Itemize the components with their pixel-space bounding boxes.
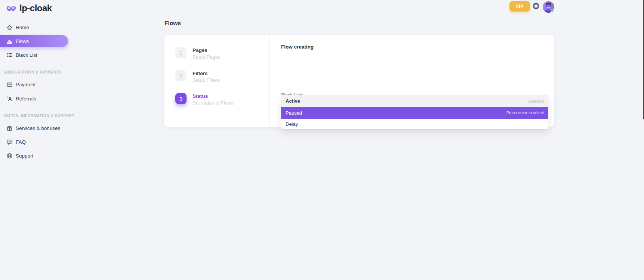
- credit-card-icon: [6, 81, 13, 88]
- sidebar-item-label: FAQ: [16, 139, 26, 145]
- page-title: Flows: [164, 20, 181, 27]
- gift-icon: [6, 125, 13, 131]
- sidebar-item-services[interactable]: Services & bonuses: [0, 122, 75, 134]
- option-label: Active: [286, 98, 300, 104]
- section-label: USEFUL INFORMATION & SUPPORT: [3, 114, 74, 118]
- option-active[interactable]: Active Selected: [281, 95, 548, 107]
- sidebar-item-label: Black List: [16, 52, 37, 58]
- list-icon: [6, 52, 13, 58]
- option-label: Delay: [286, 121, 298, 127]
- lifebuoy-icon: [6, 153, 13, 159]
- wizard-step-filters[interactable]: 2 Filters Setup Filters: [175, 70, 220, 83]
- sidebar-item-referrals[interactable]: Referrals: [0, 93, 75, 105]
- step-title: Filters: [192, 71, 220, 76]
- option-delay[interactable]: Delay: [281, 119, 548, 129]
- form-title: Flow creating: [281, 44, 314, 50]
- step-title: Status: [192, 93, 234, 99]
- svg-text:?!: ?!: [8, 140, 11, 143]
- sidebar-item-label: Flows: [16, 38, 29, 44]
- sidebar-item-black-list[interactable]: Black List: [0, 49, 75, 61]
- step-number-badge: 3: [175, 93, 187, 104]
- sidebar-item-faq[interactable]: ?! FAQ: [0, 136, 75, 148]
- step-title: Pages: [192, 47, 220, 53]
- wizard-step-status[interactable]: 3 Status Set status of Flows: [175, 93, 234, 106]
- step-subtitle: Setup Filters: [192, 77, 220, 83]
- brand: lp-cloak: [6, 3, 52, 13]
- language-globe-icon[interactable]: [532, 2, 540, 10]
- brand-name: lp-cloak: [19, 3, 52, 13]
- sidebar-section-subscription: SUBSCRIPTION & PAYMENTS: [0, 69, 69, 75]
- step-subtitle: Set status of Flows: [192, 100, 234, 106]
- step-number-badge: 1: [175, 47, 187, 58]
- sidebar-item-support[interactable]: Support: [0, 150, 75, 162]
- online-status-dot: [551, 9, 554, 12]
- panel-divider: [269, 35, 270, 127]
- option-label: Paused: [286, 110, 302, 116]
- section-label: SUBSCRIPTION & PAYMENTS: [3, 70, 62, 74]
- flows-stack-icon: [6, 38, 13, 44]
- sidebar-item-label: Referrals: [16, 96, 36, 102]
- step-subtitle: Setup Pages: [192, 54, 220, 60]
- sidebar-item-home[interactable]: Home: [0, 21, 75, 33]
- flow-status-dropdown: Active Selected Paused Press enter to se…: [281, 95, 548, 129]
- mask-logo-icon: [6, 4, 17, 12]
- flow-wizard-card: 1 Pages Setup Pages 2 Filters Setup Filt…: [164, 35, 554, 127]
- vip-button[interactable]: VIP: [509, 1, 530, 12]
- wizard-step-pages[interactable]: 1 Pages Setup Pages: [175, 47, 220, 60]
- faq-bubble-icon: ?!: [6, 139, 13, 145]
- option-hint: Press enter to select: [506, 111, 544, 115]
- referral-user-icon: [6, 96, 13, 102]
- sidebar-section-support: USEFUL INFORMATION & SUPPORT: [0, 113, 69, 119]
- option-paused[interactable]: Paused Press enter to select: [281, 107, 548, 119]
- step-number-badge: 2: [175, 70, 187, 81]
- option-hint: Selected: [528, 99, 544, 103]
- sidebar-item-payment[interactable]: Payment: [0, 78, 75, 90]
- home-icon: [6, 24, 13, 31]
- sidebar-item-label: Services & bonuses: [16, 125, 60, 131]
- section-divider: [64, 72, 69, 72]
- sidebar-item-flows[interactable]: Flows: [0, 35, 68, 47]
- sidebar-item-label: Home: [16, 25, 29, 30]
- sidebar-item-label: Support: [16, 153, 33, 159]
- sidebar-item-label: Payment: [16, 82, 36, 87]
- app-page: lp-cloak VIP Home Flow: [0, 0, 644, 280]
